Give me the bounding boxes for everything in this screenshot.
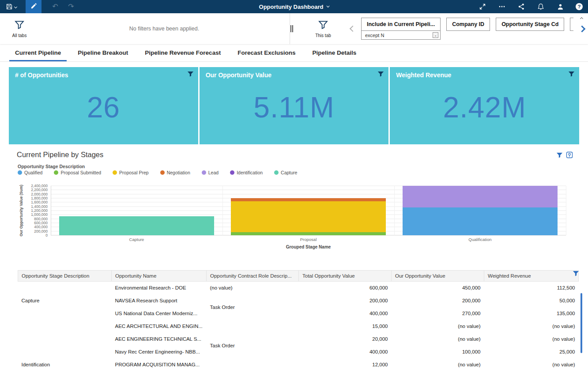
remove-condition-button[interactable]: - bbox=[433, 32, 438, 38]
filter-funnel-icon[interactable] bbox=[187, 71, 194, 79]
panel-splitter[interactable] bbox=[290, 13, 293, 44]
save-menu-chevron-icon[interactable] bbox=[14, 5, 17, 8]
legend-item-qualified[interactable]: Qualified bbox=[18, 170, 42, 175]
table-row[interactable]: AEC ENGINEERING TECHNICAL S...Task Order… bbox=[18, 333, 579, 346]
column-header-our-opportunity-value[interactable]: Our Opportunity Value bbox=[392, 271, 484, 282]
bar-segment-capture[interactable] bbox=[59, 216, 214, 235]
save-icon[interactable] bbox=[5, 3, 13, 11]
filter-chip-opportunity-stage-cd[interactable]: Opportunity Stage Cd bbox=[496, 18, 564, 31]
chevron-right-icon[interactable] bbox=[579, 25, 586, 32]
legend-label: Identification bbox=[237, 170, 263, 175]
opportunity-name-cell: US National Data Center Moderniz... bbox=[112, 307, 207, 320]
x-tick-label: Capture bbox=[51, 237, 222, 242]
bar-segment-qualified[interactable] bbox=[403, 207, 557, 235]
kpi-value: 26 bbox=[9, 90, 198, 124]
tab-current-pipeline[interactable]: Current Pipeline bbox=[7, 44, 69, 61]
column-header-opportunity-contract-role-descrip[interactable]: Opportunity Contract Role Descrip... bbox=[207, 271, 299, 282]
legend-item-identification[interactable]: Identification bbox=[230, 170, 263, 175]
filter-chip[interactable]: Include in Current Pipeli... bbox=[361, 18, 441, 31]
table-row[interactable]: AEC ARCHITECTURAL AND ENGIN...15,000(no … bbox=[18, 320, 579, 333]
all-tabs-filter-button[interactable]: All tabs bbox=[0, 20, 39, 38]
legend-label: Proposal Prep bbox=[119, 170, 149, 175]
expand-icon[interactable] bbox=[479, 3, 486, 11]
table-header-row: Opportunity Stage DescriptionOpportunity… bbox=[18, 271, 579, 282]
pipeline-table: Opportunity Stage DescriptionOpportunity… bbox=[18, 270, 579, 371]
edit-button[interactable] bbox=[26, 0, 41, 13]
topbar-right-actions: ? bbox=[479, 3, 588, 11]
filter-funnel-icon[interactable] bbox=[573, 270, 579, 279]
tab-pipeline-breakout[interactable]: Pipeline Breakout bbox=[69, 44, 136, 61]
stacked-bar-proposal[interactable] bbox=[231, 186, 385, 235]
legend-dot bbox=[202, 170, 206, 175]
kpi-card-our-opportunity-value[interactable]: Our Opportunity Value 5.11M bbox=[200, 67, 389, 144]
table-scrollbar[interactable] bbox=[580, 293, 582, 353]
insight-lightbulb-icon[interactable] bbox=[566, 151, 573, 160]
kpi-title: Weighted Revenue bbox=[396, 72, 451, 79]
y-axis-ticks: 0200,000400,000600,000800,0001,000,0001,… bbox=[27, 186, 49, 235]
bar-segment-proposal-submitted[interactable] bbox=[231, 232, 385, 235]
column-header-weighted-revenue[interactable]: Weighted Revenue bbox=[484, 271, 579, 282]
chart-title: Current Pipeline by Stages bbox=[17, 151, 103, 159]
y-tick-label: 800,000 bbox=[34, 217, 48, 221]
application-bar: ↶ ↷ Opportunity Dashboard ? bbox=[0, 0, 588, 13]
legend-dot bbox=[18, 170, 22, 175]
our-value-cell: 270,000 bbox=[392, 307, 484, 320]
all-tabs-filter-region: All tabs No filters have been applied. bbox=[0, 13, 290, 44]
dashboard-title[interactable]: Opportunity Dashboard bbox=[259, 0, 329, 13]
column-header-opportunity-name[interactable]: Opportunity Name bbox=[112, 271, 207, 282]
legend-dot bbox=[274, 170, 279, 175]
help-icon[interactable]: ? bbox=[576, 3, 583, 10]
overflow-menu-icon[interactable] bbox=[498, 3, 506, 11]
legend-item-capture[interactable]: Capture bbox=[274, 170, 297, 175]
kpi-row: # of Opportunities 26 Our Opportunity Va… bbox=[9, 67, 579, 144]
opportunity-dashboard-app: ↶ ↷ Opportunity Dashboard ? bbox=[0, 0, 588, 384]
column-header-opportunity-stage-description[interactable]: Opportunity Stage Description bbox=[18, 271, 112, 282]
filter-funnel-icon[interactable] bbox=[377, 71, 384, 79]
tab-pipeline-details[interactable]: Pipeline Details bbox=[304, 44, 365, 61]
y-tick-label: 1,200,000 bbox=[31, 208, 48, 213]
this-tab-filter-button[interactable]: This tab bbox=[304, 20, 343, 38]
x-axis-labels: CaptureProposalQualification bbox=[51, 237, 566, 242]
weighted-revenue-cell: 112,500 bbox=[484, 282, 579, 294]
bar-segment-proposal-prep[interactable] bbox=[231, 201, 385, 232]
table-row[interactable]: IdentificationPROGRAM ACQUISITION MANAG.… bbox=[18, 358, 579, 371]
share-icon[interactable] bbox=[517, 3, 525, 11]
legend-item-negotiation[interactable]: Negotiation bbox=[160, 170, 190, 175]
kpi-title: # of Opportunities bbox=[15, 72, 68, 79]
stacked-bar-capture[interactable] bbox=[59, 186, 214, 235]
kpi-card-weighted-revenue[interactable]: Weighted Revenue 2.42M bbox=[390, 67, 579, 144]
y-tick-label: 200,000 bbox=[34, 229, 48, 233]
filter-funnel-icon[interactable] bbox=[568, 71, 575, 79]
kpi-card-number-of-opportunities[interactable]: # of Opportunities 26 bbox=[9, 67, 198, 144]
redo-icon[interactable]: ↷ bbox=[67, 3, 75, 11]
filter-chip-condition[interactable]: except N - bbox=[361, 31, 441, 40]
y-tick-label: 2,000,000 bbox=[31, 192, 48, 196]
opportunity-name-cell: Environmental Research - DOE bbox=[112, 282, 207, 294]
bar-segment-lead[interactable] bbox=[403, 186, 557, 207]
table-row[interactable]: CaptureNAVSEA Research SupportTask Order… bbox=[18, 294, 579, 307]
plot-area bbox=[51, 186, 566, 235]
kpi-value: 2.42M bbox=[390, 90, 579, 124]
chevron-left-icon[interactable] bbox=[350, 26, 356, 32]
legend-item-proposal-submitted[interactable]: Proposal Submitted bbox=[54, 170, 101, 175]
account-person-icon[interactable] bbox=[556, 3, 564, 11]
tab-pipeline-revenue-forecast[interactable]: Pipeline Revenue Forecast bbox=[136, 44, 229, 61]
total-value-cell: 20,000 bbox=[299, 333, 392, 346]
table-row[interactable]: Environmental Research - DOE(no value)60… bbox=[18, 282, 579, 294]
y-axis-title: Our Opportunity Value (Sum) bbox=[19, 184, 23, 236]
partial-filter-chip[interactable] bbox=[570, 18, 573, 31]
tab-forecast-exclusions[interactable]: Forecast Exclusions bbox=[229, 44, 304, 61]
undo-icon[interactable]: ↶ bbox=[51, 3, 59, 11]
filter-funnel-icon[interactable] bbox=[556, 152, 563, 160]
legend-item-lead[interactable]: Lead bbox=[202, 170, 219, 175]
column-header-total-opportunity-value[interactable]: Total Opportunity Value bbox=[299, 271, 392, 282]
filter-chip-company-id[interactable]: Company ID bbox=[446, 18, 490, 31]
stacked-bar-qualification[interactable] bbox=[403, 186, 557, 235]
stage-cell bbox=[18, 346, 112, 358]
tab-bar: Current PipelinePipeline BreakoutPipelin… bbox=[0, 44, 588, 62]
no-filters-message: No filters have been applied. bbox=[39, 26, 290, 32]
x-axis-title: Grouped Stage Name bbox=[51, 245, 566, 249]
notifications-bell-icon[interactable] bbox=[537, 3, 545, 11]
legend-item-proposal-prep[interactable]: Proposal Prep bbox=[113, 170, 149, 175]
y-tick-label: 2,200,000 bbox=[31, 188, 48, 192]
